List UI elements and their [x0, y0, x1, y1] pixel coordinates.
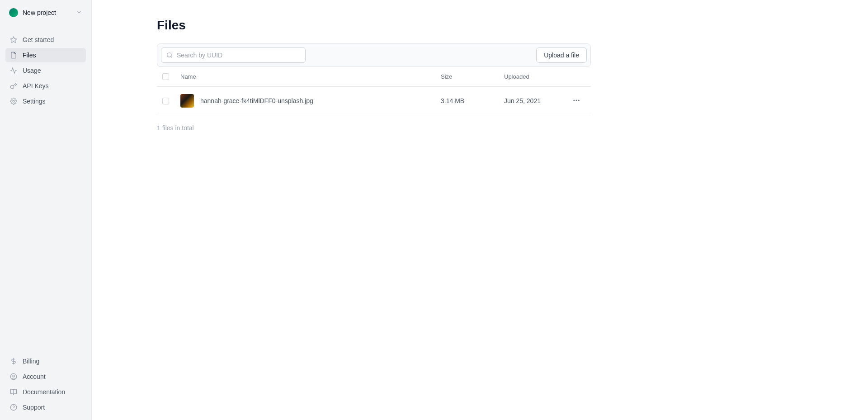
nav-label: Account: [23, 373, 46, 380]
files-table: Name Size Uploaded hannah-grace-fk4tiMlD…: [157, 67, 591, 115]
svg-line-8: [171, 57, 172, 58]
svg-point-7: [167, 53, 171, 57]
sidebar-item-usage[interactable]: Usage: [5, 63, 86, 78]
file-uploaded: Jun 25, 2021: [504, 97, 567, 104]
chevron-down-icon: [76, 9, 82, 17]
project-switcher[interactable]: New project: [5, 5, 86, 20]
svg-point-4: [13, 375, 14, 377]
nav-label: Settings: [23, 98, 46, 105]
search-icon: [166, 52, 173, 58]
svg-point-11: [579, 100, 580, 101]
nav-label: Get started: [23, 36, 54, 43]
sidebar-item-documentation[interactable]: Documentation: [5, 385, 86, 399]
sidebar: New project Get started Files Usage: [0, 0, 92, 420]
main-content: Files Upload a file Name Size Uploaded: [92, 0, 868, 420]
svg-marker-0: [10, 37, 16, 42]
project-avatar: [9, 8, 18, 17]
row-checkbox[interactable]: [162, 98, 169, 104]
file-size: 3.14 MB: [441, 97, 504, 104]
star-icon: [10, 36, 17, 43]
files-total: 1 files in total: [157, 115, 591, 141]
sidebar-item-get-started[interactable]: Get started: [5, 33, 86, 47]
nav-label: Support: [23, 404, 45, 411]
upload-button[interactable]: Upload a file: [536, 47, 587, 63]
sidebar-item-account[interactable]: Account: [5, 369, 86, 384]
user-icon: [10, 373, 17, 380]
column-header-size: Size: [441, 73, 504, 80]
file-icon: [10, 52, 17, 59]
dollar-icon: [10, 358, 17, 365]
nav-label: Documentation: [23, 388, 65, 396]
table-row[interactable]: hannah-grace-fk4tiMlDFF0-unsplash.jpg 3.…: [157, 87, 591, 115]
page-title: Files: [157, 18, 591, 33]
sidebar-item-billing[interactable]: Billing: [5, 354, 86, 368]
svg-point-1: [13, 100, 14, 102]
table-header: Name Size Uploaded: [157, 67, 591, 87]
toolbar: Upload a file: [157, 43, 591, 67]
nav-top: Get started Files Usage API Keys Setting…: [5, 33, 86, 109]
chart-icon: [10, 67, 17, 74]
search-wrapper: [161, 47, 306, 63]
svg-point-10: [576, 100, 577, 101]
file-thumbnail: [180, 94, 194, 108]
nav-label: Billing: [23, 358, 39, 365]
sidebar-item-settings[interactable]: Settings: [5, 94, 86, 109]
project-name: New project: [23, 9, 71, 16]
help-icon: [10, 404, 17, 411]
nav-label: Usage: [23, 67, 41, 74]
key-icon: [10, 82, 17, 90]
nav-label: Files: [23, 52, 36, 59]
book-icon: [10, 388, 17, 396]
sidebar-item-support[interactable]: Support: [5, 400, 86, 415]
svg-point-9: [574, 100, 575, 101]
column-header-name: Name: [180, 73, 441, 80]
select-all-checkbox[interactable]: [162, 73, 169, 80]
gear-icon: [10, 98, 17, 105]
search-input[interactable]: [161, 47, 306, 63]
sidebar-item-files[interactable]: Files: [5, 48, 86, 62]
sidebar-item-api-keys[interactable]: API Keys: [5, 79, 86, 93]
nav-label: API Keys: [23, 82, 49, 90]
nav-bottom: Billing Account Documentation Support: [5, 354, 86, 415]
file-name: hannah-grace-fk4tiMlDFF0-unsplash.jpg: [200, 97, 313, 104]
column-header-uploaded: Uploaded: [504, 73, 567, 80]
more-icon[interactable]: [572, 96, 580, 106]
